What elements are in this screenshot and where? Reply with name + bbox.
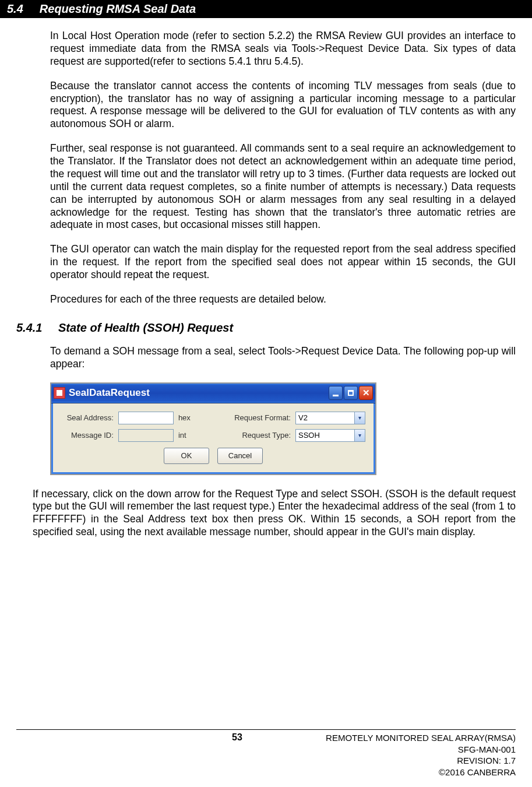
page-content: In Local Host Operation mode (refer to s… [0,18,532,539]
section-number: 5.4 [7,2,23,16]
footer-right-block: REMOTELY MONITORED SEAL ARRAY(RMSA) SFG-… [326,732,516,778]
dialog-title: SealDataRequest [69,387,325,399]
request-format-value: V2 [298,413,308,422]
seal-address-label: Seal Address: [61,413,114,422]
paragraph-4: The GUI operator can watch the main disp… [50,243,516,282]
dialog-titlebar[interactable]: SealDataRequest ✕ [51,384,375,403]
paragraph-3: Further, seal response is not guaranteed… [50,142,516,231]
cancel-button[interactable]: Cancel [217,448,263,464]
window-icon [54,387,65,399]
request-format-label: Request Format: [229,413,291,422]
sub-paragraph-1: To demand a SOH message from a seal, sel… [50,345,516,371]
subsection-title: State of Health (SSOH) Request [58,321,233,335]
chevron-down-icon: ▾ [354,430,365,441]
subsection-header: 5.4.1 State of Health (SSOH) Request [16,321,516,335]
dialog-body: Seal Address: hex Request Format: V2 ▾ M… [51,403,375,474]
message-id-label: Message ID: [61,431,114,440]
sub-paragraph-2: If necessary, click on the down arrow fo… [33,488,516,539]
maximize-icon [348,390,354,396]
close-button[interactable]: ✕ [359,386,373,400]
page-number: 53 [232,732,242,743]
footer-line-2: SFG-MAN-001 [326,744,516,756]
footer-line-3: REVISION: 1.7 [326,755,516,767]
message-id-input [118,429,174,442]
request-format-select[interactable]: V2 ▾ [295,412,365,424]
section-title: Requesting RMSA Seal Data [40,2,196,16]
ok-button[interactable]: OK [164,448,209,464]
section-header-bar: 5.4 Requesting RMSA Seal Data [0,0,532,18]
page-footer: 53 REMOTELY MONITORED SEAL ARRAY(RMSA) S… [16,729,516,778]
form-grid: Seal Address: hex Request Format: V2 ▾ M… [61,412,365,442]
seal-data-request-dialog: SealDataRequest ✕ Seal Address: hex Requ… [50,382,376,475]
request-type-value: SSOH [298,431,320,440]
window-buttons: ✕ [329,386,373,400]
request-type-label: Request Type: [229,431,291,440]
minimize-button[interactable] [329,386,343,400]
chevron-down-icon: ▾ [354,412,365,424]
subsection-number: 5.4.1 [16,321,50,335]
footer-line-4: ©2016 CANBERRA [326,767,516,778]
request-type-select[interactable]: SSOH ▾ [295,429,365,442]
paragraph-2: Because the translator cannot access the… [50,80,516,131]
paragraph-5: Procedures for each of the three request… [50,293,516,306]
hex-label: hex [178,413,196,422]
seal-address-input[interactable] [118,412,174,424]
int-label: int [178,431,196,440]
dialog-button-row: OK Cancel [61,448,365,464]
footer-line-1: REMOTELY MONITORED SEAL ARRAY(RMSA) [326,732,516,744]
minimize-icon [333,395,339,396]
dialog-screenshot: SealDataRequest ✕ Seal Address: hex Requ… [50,382,516,475]
paragraph-1: In Local Host Operation mode (refer to s… [50,30,516,68]
close-icon: ✕ [362,388,370,398]
maximize-button[interactable] [344,386,358,400]
